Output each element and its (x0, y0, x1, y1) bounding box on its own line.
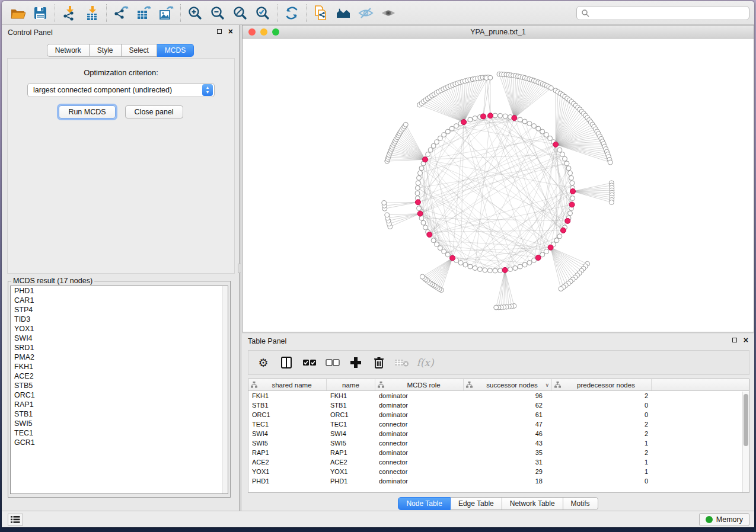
table-cell: 1 (552, 468, 652, 475)
table-cell: dominator (375, 402, 464, 409)
add-column-icon[interactable] (347, 353, 365, 372)
tab-style[interactable]: Style (90, 44, 122, 57)
column-layout-icon[interactable] (277, 353, 295, 372)
table-row[interactable]: STB1STB1dominator620 (248, 400, 749, 410)
criterion-dropdown[interactable]: largest connected component (undirected)… (27, 83, 215, 97)
float-panel-icon[interactable] (217, 29, 222, 34)
network-titlebar[interactable]: YPA_prune.txt_1 (243, 25, 754, 39)
tab-network[interactable]: Network (47, 44, 90, 57)
tab-mcds[interactable]: MCDS (157, 44, 194, 57)
close-window-icon[interactable] (248, 28, 256, 36)
run-mcds-button[interactable]: Run MCDS (59, 105, 115, 118)
result-node[interactable]: SWI4 (11, 334, 228, 343)
table-cell: RAP1 (327, 449, 375, 456)
result-node[interactable]: SWI5 (11, 419, 228, 428)
result-node[interactable]: TID3 (11, 315, 228, 324)
result-list-scrollbar[interactable] (222, 286, 228, 493)
result-node[interactable]: FKH1 (11, 362, 228, 371)
delete-table-icon[interactable] (393, 353, 411, 372)
table-row[interactable]: ORC1ORC1dominator610 (248, 410, 749, 419)
table-row[interactable]: SWI5SWI5connector431 (248, 438, 749, 448)
table-cell: 2 (552, 449, 652, 456)
delete-column-icon[interactable] (370, 353, 388, 372)
table-cell: 2 (552, 430, 652, 437)
result-node[interactable]: SRD1 (11, 343, 228, 352)
function-builder-icon[interactable]: f(x) (416, 353, 434, 372)
import-table-icon[interactable] (81, 3, 103, 23)
result-node[interactable]: STB5 (11, 381, 228, 390)
float-table-panel-icon[interactable] (732, 338, 737, 342)
table-row[interactable]: PHD1PHD1dominator180 (248, 476, 749, 486)
show-all-icon[interactable] (377, 3, 400, 23)
result-node[interactable]: CAR1 (11, 296, 228, 305)
result-node[interactable]: ACE2 (11, 371, 228, 381)
minimize-window-icon[interactable] (260, 28, 267, 36)
result-node[interactable]: RAP1 (11, 400, 228, 409)
column-header-MCDS-role[interactable]: MCDS role (375, 379, 464, 390)
tab-select[interactable]: Select (122, 44, 157, 57)
tab-motifs[interactable]: Motifs (563, 497, 598, 510)
table-scrollbar[interactable] (742, 392, 749, 492)
column-header-predecessor-nodes[interactable]: predecessor nodes (552, 379, 652, 390)
result-node[interactable]: PMA2 (11, 352, 228, 362)
close-panel-button[interactable]: Close panel (125, 105, 183, 118)
table-cell: 46 (464, 430, 552, 437)
table-row[interactable]: FKH1FKH1dominator962 (248, 391, 749, 400)
task-history-button[interactable] (8, 514, 23, 525)
save-session-icon[interactable] (29, 3, 52, 23)
result-node[interactable]: ORC1 (11, 390, 228, 400)
export-table-icon[interactable] (132, 3, 155, 23)
result-node[interactable]: TEC1 (11, 428, 228, 438)
maximize-window-icon[interactable] (272, 28, 279, 36)
close-panel-icon[interactable]: × (228, 28, 233, 34)
close-table-panel-icon[interactable]: × (744, 337, 748, 343)
tab-node-table[interactable]: Node Table (398, 497, 451, 510)
table-cell: YOX1 (327, 468, 375, 475)
column-header-name[interactable]: name (327, 379, 375, 390)
result-node[interactable]: GCR1 (11, 438, 228, 447)
search-input[interactable] (592, 9, 745, 17)
result-node[interactable]: PHD1 (11, 286, 228, 296)
result-node[interactable]: YOX1 (11, 324, 228, 334)
column-header-successor-nodes[interactable]: successor nodes∨ (464, 379, 552, 390)
select-all-checkbox-icon[interactable] (301, 353, 318, 372)
control-panel-tabs: NetworkStyleSelectMCDS (2, 44, 239, 57)
import-network-icon[interactable] (58, 3, 81, 23)
zoom-fit-icon[interactable] (229, 3, 251, 23)
table-cell: connector (375, 440, 464, 447)
table-row[interactable]: ACE2ACE2connector311 (248, 457, 749, 467)
memory-button[interactable]: Memory (699, 513, 749, 526)
table-cell: ORC1 (327, 411, 375, 418)
apply-layout-icon[interactable] (280, 3, 303, 23)
zoom-out-icon[interactable] (206, 3, 229, 23)
tab-network-table[interactable]: Network Table (502, 497, 563, 510)
table-row[interactable]: TEC1TEC1connector472 (248, 419, 749, 429)
memory-label: Memory (716, 515, 743, 524)
result-node[interactable]: STB1 (11, 409, 228, 419)
result-node[interactable]: STP4 (11, 305, 228, 315)
table-cell: 0 (552, 477, 652, 485)
open-file-icon[interactable] (7, 3, 29, 23)
application-window: Control Panel × NetworkStyleSelectMCDS O… (2, 1, 754, 527)
hide-selected-icon[interactable] (355, 3, 377, 23)
memory-status-icon (706, 516, 713, 523)
table-row[interactable]: YOX1YOX1connector291 (248, 467, 749, 476)
zoom-in-icon[interactable] (184, 3, 206, 23)
zoom-selected-icon[interactable] (251, 3, 274, 23)
deselect-all-checkbox-icon[interactable] (324, 353, 342, 372)
column-header-shared-name[interactable]: shared name (248, 379, 327, 390)
clone-network-icon[interactable] (310, 3, 332, 23)
table-cell: PHD1 (248, 477, 327, 485)
table-row[interactable]: RAP1RAP1dominator352 (248, 448, 749, 457)
table-scrollbar-thumb[interactable] (744, 394, 748, 446)
first-neighbors-icon[interactable] (332, 3, 355, 23)
search-field[interactable] (576, 6, 749, 20)
tab-edge-table[interactable]: Edge Table (451, 497, 502, 510)
export-network-icon[interactable] (110, 3, 132, 23)
export-image-icon[interactable] (155, 3, 177, 23)
search-icon (581, 9, 589, 17)
table-row[interactable]: SWI4SWI4dominator462 (248, 429, 749, 438)
network-canvas[interactable] (243, 39, 754, 332)
table-settings-icon[interactable]: ⚙ (254, 353, 272, 372)
mcds-result-list[interactable]: PHD1CAR1STP4TID3YOX1SWI4SRD1PMA2FKH1ACE2… (10, 286, 228, 494)
